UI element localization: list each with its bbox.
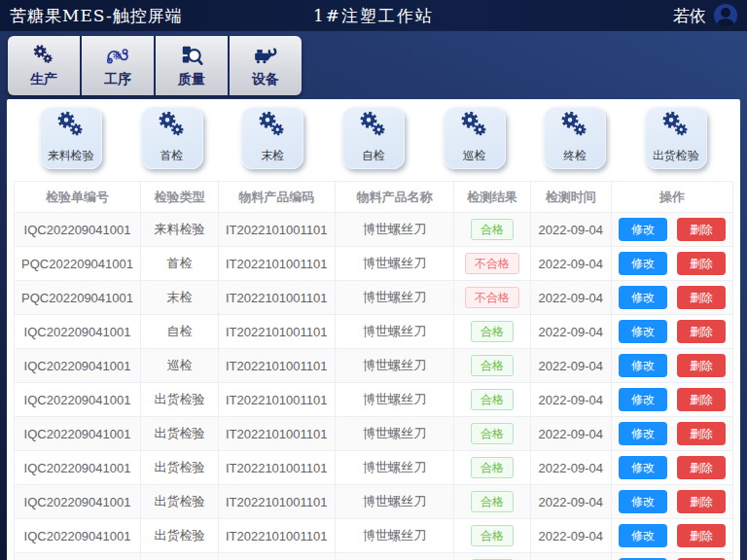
quick-action-label: 首检: [160, 148, 184, 164]
gears-icon: [256, 109, 289, 147]
quick-action-button[interactable]: 巡检: [444, 107, 506, 169]
table-row: IQC202209041001 巡检 IT2022101001101 博世螺丝刀…: [15, 349, 733, 383]
edit-button[interactable]: 修改: [619, 490, 667, 513]
gears-icon: [31, 43, 56, 68]
quick-action-label: 巡检: [463, 148, 486, 164]
date-cell: 2022-09-04: [530, 417, 612, 451]
edit-button[interactable]: 修改: [619, 524, 667, 547]
date-cell: 2022-09-04: [530, 485, 612, 519]
result-badge: 合格: [471, 423, 514, 444]
delete-button[interactable]: 删除: [677, 286, 726, 309]
user-avatar[interactable]: [714, 4, 737, 27]
delete-button[interactable]: 删除: [677, 388, 726, 411]
inspection-type-cell: 出货检验: [141, 383, 219, 417]
tab-production[interactable]: 生产: [8, 36, 80, 95]
delete-button[interactable]: 删除: [677, 422, 726, 445]
edit-button[interactable]: 修改: [619, 388, 667, 411]
tab-equipment[interactable]: 设备: [228, 36, 302, 95]
inspection-id-cell: PQC202209041001: [15, 247, 141, 281]
quick-action-button[interactable]: 末检: [241, 107, 303, 169]
edit-button[interactable]: 修改: [619, 252, 667, 275]
delete-button[interactable]: 删除: [677, 218, 726, 241]
inspection-id-cell: IQC202209041001: [15, 349, 141, 383]
inspection-table: 检验单编号 检验类型 物料产品编码 物料产品名称 检测结果 检测时间 操作 IQ…: [14, 181, 733, 560]
quick-action-label: 自检: [362, 148, 385, 164]
delete-button[interactable]: 删除: [677, 320, 726, 343]
quick-action-button[interactable]: 首检: [141, 107, 203, 169]
material-name-cell: 博世螺丝刀: [335, 485, 454, 519]
username: 若依: [673, 5, 706, 27]
material-code-cell: IT2022101001101: [218, 247, 335, 281]
gears-icon: [558, 109, 591, 147]
edit-button[interactable]: 修改: [619, 354, 667, 377]
result-badge: 合格: [471, 491, 514, 512]
delete-button[interactable]: 删除: [677, 354, 726, 377]
actions-cell: 修改 删除: [612, 383, 733, 417]
material-code-cell: IT2022101001101: [218, 213, 335, 247]
inspection-id-cell: IQC202209041001: [15, 519, 141, 553]
col-inspection-id: 检验单编号: [15, 182, 141, 213]
inspection-id-cell: IQC202209041001: [15, 315, 141, 349]
result-cell: 合格: [454, 553, 530, 560]
edit-button[interactable]: 修改: [619, 218, 667, 241]
col-inspection-type: 检验类型: [141, 182, 219, 213]
col-result: 检测结果: [454, 182, 530, 213]
delete-button[interactable]: 删除: [677, 456, 726, 479]
nav-strip: 生产 工序 质量: [0, 31, 747, 99]
material-code-cell: IT2022101001101: [218, 519, 335, 553]
date-cell: 2022-09-04: [530, 383, 612, 417]
material-name-cell: 博世螺丝刀: [335, 213, 454, 247]
actions-cell: 修改 删除: [612, 213, 733, 247]
material-name-cell: 博世螺丝刀: [335, 553, 454, 560]
quick-action-button[interactable]: 自检: [342, 107, 405, 169]
tab-label: 工序: [104, 71, 131, 88]
result-badge: 合格: [471, 355, 514, 376]
result-cell: 合格: [454, 451, 530, 485]
table-row: IQC202209041001 自检 IT2022101001101 博世螺丝刀…: [15, 315, 733, 349]
table-header-row: 检验单编号 检验类型 物料产品编码 物料产品名称 检测结果 检测时间 操作: [15, 182, 733, 213]
inspection-id-cell: IQC202209041001: [15, 417, 141, 451]
result-badge: 合格: [471, 525, 514, 546]
result-cell: 合格: [454, 519, 530, 553]
tab-quality[interactable]: 质量: [154, 36, 228, 95]
date-cell: 2022-09-04: [530, 213, 612, 247]
actions-cell: 修改 删除: [612, 519, 733, 553]
delete-button[interactable]: 删除: [677, 252, 726, 275]
route-icon: [105, 43, 130, 68]
edit-button[interactable]: 修改: [619, 456, 667, 479]
col-actions: 操作: [612, 182, 733, 213]
date-cell: 2022-09-04: [530, 247, 612, 281]
material-code-cell: IT2022101001101: [218, 315, 335, 349]
inspection-type-cell: 末检: [141, 281, 219, 315]
result-cell: 不合格: [454, 281, 530, 315]
delete-button[interactable]: 删除: [677, 490, 726, 513]
quick-action-label: 末检: [261, 148, 284, 164]
actions-cell: 修改 删除: [612, 349, 733, 383]
user-menu[interactable]: 若依: [673, 4, 737, 27]
inspection-type-cell: 首检: [141, 247, 219, 281]
inspection-type-cell: 来料检验: [141, 213, 219, 247]
result-cell: 不合格: [454, 247, 530, 281]
quick-action-button[interactable]: 终检: [544, 107, 606, 169]
material-name-cell: 博世螺丝刀: [335, 315, 454, 349]
inspection-id-cell: PQC202209041001: [15, 281, 141, 315]
tab-process[interactable]: 工序: [80, 36, 154, 95]
result-cell: 合格: [454, 383, 530, 417]
machine-wrench-icon: [253, 43, 278, 68]
quick-action-button[interactable]: 出货检验: [645, 107, 707, 169]
edit-button[interactable]: 修改: [619, 422, 667, 445]
tab-label: 设备: [252, 71, 279, 88]
material-name-cell: 博世螺丝刀: [335, 417, 454, 451]
edit-button[interactable]: 修改: [619, 320, 667, 343]
avatar-person-icon: [721, 8, 730, 18]
edit-button[interactable]: 修改: [619, 286, 667, 309]
gears-icon: [156, 109, 189, 147]
gears-icon: [54, 109, 88, 147]
material-name-cell: 博世螺丝刀: [335, 383, 454, 417]
quick-action-button[interactable]: 来料检验: [40, 107, 102, 169]
tab-group: 生产 工序 质量: [8, 36, 302, 95]
delete-button[interactable]: 删除: [677, 524, 726, 547]
material-name-cell: 博世螺丝刀: [335, 247, 454, 281]
table-row: IQC202209041001 来料检验 IT2022101001101 博世螺…: [15, 213, 733, 247]
table-row: IQC202209041001 出货检验 IT2022101001101 博世螺…: [15, 451, 733, 485]
